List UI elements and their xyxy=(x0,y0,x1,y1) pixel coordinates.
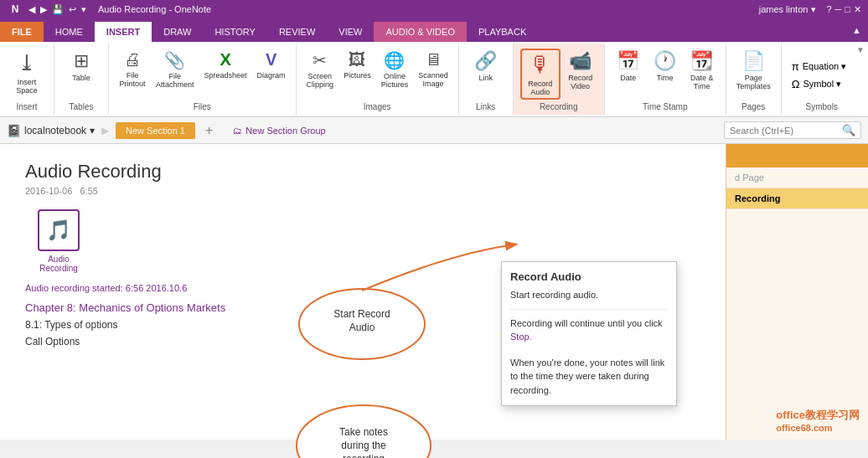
record-audio-button[interactable]: 🎙 RecordAudio xyxy=(520,49,561,100)
audio-icon-box: 🎵 xyxy=(38,209,80,251)
tab-history[interactable]: HISTORY xyxy=(203,22,267,42)
date-time-button[interactable]: 📆 Date &Time xyxy=(685,49,719,92)
time-button[interactable]: 🕐 Time xyxy=(648,49,682,84)
save-btn[interactable]: 💾 xyxy=(52,4,64,15)
symbol-label: Symbol ▾ xyxy=(803,79,841,90)
tab-view[interactable]: VIEW xyxy=(327,22,374,42)
screen-clipping-label: ScreenClipping xyxy=(307,72,334,89)
group-tables-label: Tables xyxy=(70,102,94,113)
username: james linton xyxy=(759,4,809,14)
maximize-btn[interactable]: □ xyxy=(845,4,850,14)
page-item-untitled[interactable]: d Page xyxy=(726,167,868,188)
group-tables-items: ⊞ Table xyxy=(61,45,101,102)
link-label: Link xyxy=(478,74,493,82)
dropdown-line1: Start recording audio. xyxy=(510,288,668,302)
forward-btn[interactable]: ▶ xyxy=(40,4,47,15)
file-printout-button[interactable]: 🖨 FilePrintout xyxy=(116,49,149,90)
svg-text:recording: recording xyxy=(343,453,385,458)
time-label: Time xyxy=(657,74,674,82)
group-timestamp: 📅 Date 🕐 Time 📆 Date &Time Time Stamp xyxy=(605,44,726,115)
tab-review[interactable]: REVIEW xyxy=(267,22,327,42)
watermark: office教程学习网 office68.com xyxy=(776,408,860,433)
user-area: james linton ▾ ? ─ □ ✕ xyxy=(759,4,861,15)
back-btn[interactable]: ◀ xyxy=(28,4,35,15)
app-title: Audio Recording - OneNote xyxy=(98,4,211,14)
file-attachment-button[interactable]: 📎 FileAttachment xyxy=(152,49,198,90)
date-time-icon: 📆 xyxy=(690,50,713,72)
tab-draw[interactable]: DRAW xyxy=(152,22,203,42)
date-button[interactable]: 📅 Date xyxy=(612,49,645,84)
group-links-items: 🔗 Link xyxy=(466,45,506,102)
svg-text:during the: during the xyxy=(341,440,386,451)
screen-clipping-icon: ✂ xyxy=(313,50,327,70)
tab-insert[interactable]: INSERT xyxy=(95,22,152,42)
stop-link[interactable]: Stop. xyxy=(510,332,532,342)
page-templates-label: PageTemplates xyxy=(736,74,771,90)
pictures-icon: 🖼 xyxy=(349,50,365,69)
screen-clipping-button[interactable]: ✂ ScreenClipping xyxy=(303,49,338,90)
group-pages-label: Pages xyxy=(741,102,765,113)
dropdown-line3: When you're done, your notes will link t… xyxy=(510,356,668,398)
record-video-label: RecordVideo xyxy=(568,74,592,90)
online-pictures-button[interactable]: 🌐 OnlinePictures xyxy=(378,49,412,90)
page-item-recording[interactable]: Recording xyxy=(726,188,868,209)
section-group-tab[interactable]: 🗂 New Section Group xyxy=(223,122,335,139)
diagram-button[interactable]: V Diagram xyxy=(254,49,289,81)
group-links-label: Links xyxy=(476,102,495,113)
dropdown-line2: Recording will continue until you click … xyxy=(510,316,668,344)
record-video-icon: 📹 xyxy=(569,50,592,72)
tab-home[interactable]: HOME xyxy=(44,22,95,42)
search-input[interactable] xyxy=(730,126,839,136)
help-btn[interactable]: ? xyxy=(826,4,831,14)
pictures-button[interactable]: 🖼 Pictures xyxy=(340,49,375,81)
symbol-button[interactable]: Ω Symbol ▾ xyxy=(788,76,855,92)
ribbon-expand-btn[interactable]: ▼ xyxy=(856,45,865,54)
tab-audio-video[interactable]: AUDIO & VIDEO xyxy=(374,22,467,42)
search-icon[interactable]: 🔍 xyxy=(842,124,855,136)
table-button[interactable]: ⊞ Table xyxy=(61,49,101,84)
group-symbols-label: Symbols xyxy=(806,102,838,113)
minimize-btn[interactable]: ─ xyxy=(835,4,842,14)
insert-space-button[interactable]: ⤓ InsertSpace xyxy=(7,49,47,96)
group-images: ✂ ScreenClipping 🖼 Pictures 🌐 OnlinePict… xyxy=(297,44,459,115)
group-symbols: π Equation ▾ Ω Symbol ▾ Symbols xyxy=(782,44,862,115)
onenote-logo: N xyxy=(7,1,23,18)
new-section-button[interactable]: + xyxy=(202,123,216,138)
insert-space-label: InsertSpace xyxy=(16,78,38,95)
page-templates-icon: 📄 xyxy=(742,50,765,72)
diagram-label: Diagram xyxy=(257,71,286,80)
ribbon: ⤓ InsertSpace Insert ⊞ Table Tables 🖨 Fi… xyxy=(0,42,868,117)
group-insert-label: Insert xyxy=(16,102,37,113)
group-recording: 🎙 RecordAudio 📹 RecordVideo Recording xyxy=(514,44,605,115)
file-printout-label: FilePrintout xyxy=(119,71,145,88)
audio-file-icon: 🎵 xyxy=(46,219,71,242)
group-files-label: Files xyxy=(194,102,211,113)
tab-file[interactable]: FILE xyxy=(0,22,44,42)
spreadsheet-button[interactable]: X Spreadsheet xyxy=(201,49,251,81)
main-area: Audio Recording 2016-10-06 6:55 🎵 AudioR… xyxy=(0,144,868,440)
ribbon-tab-row: FILE HOME INSERT DRAW HISTORY REVIEW VIE… xyxy=(0,18,868,42)
ribbon-collapse-btn[interactable]: ▲ xyxy=(845,25,868,35)
tab-playback[interactable]: PLAYBACK xyxy=(467,22,538,42)
record-video-button[interactable]: 📹 RecordVideo xyxy=(564,49,597,92)
undo-btn[interactable]: ↩ xyxy=(69,4,76,15)
user-dropdown[interactable]: ▾ xyxy=(811,4,816,15)
equation-icon: π xyxy=(792,60,799,73)
close-btn[interactable]: ✕ xyxy=(854,4,861,15)
notebook-title: localnotebook xyxy=(24,125,86,136)
section-tab-new-section-1[interactable]: New Section 1 xyxy=(116,122,195,139)
group-insert-items: ⤓ InsertSpace xyxy=(7,45,47,102)
customize-btn[interactable]: ▾ xyxy=(81,4,86,15)
record-audio-label: RecordAudio xyxy=(528,80,552,96)
scanned-image-label: ScannedImage xyxy=(418,71,448,88)
equation-button[interactable]: π Equation ▾ xyxy=(788,59,855,75)
link-icon: 🔗 xyxy=(474,50,497,72)
group-timestamp-label: Time Stamp xyxy=(643,102,688,113)
link-button[interactable]: 🔗 Link xyxy=(466,49,506,84)
section-separator: ▶ xyxy=(101,125,109,136)
title-bar: N ◀ ▶ 💾 ↩ ▾ Audio Recording - OneNote ja… xyxy=(0,0,868,18)
notebook-name[interactable]: 📓 localnotebook ▾ xyxy=(7,124,95,137)
page-templates-button[interactable]: 📄 PageTemplates xyxy=(733,49,774,92)
pages-panel-header xyxy=(726,144,868,167)
scanned-image-button[interactable]: 🖥 ScannedImage xyxy=(415,49,452,90)
